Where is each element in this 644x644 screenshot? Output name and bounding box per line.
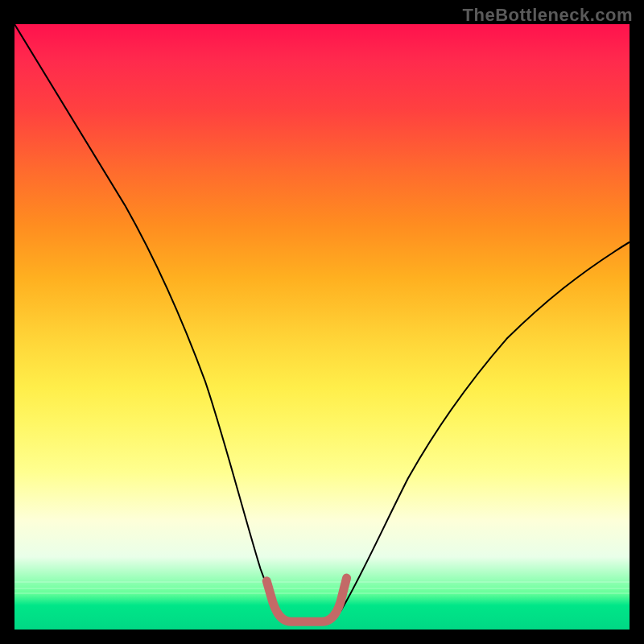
watermark-text: TheBottleneck.com [463,5,633,26]
left-curve [14,24,282,614]
plot-area [14,24,630,630]
chart-svg [14,24,630,630]
chart-frame: TheBottleneck.com [0,0,644,644]
bottom-bracket [266,578,346,621]
right-curve [341,242,630,612]
